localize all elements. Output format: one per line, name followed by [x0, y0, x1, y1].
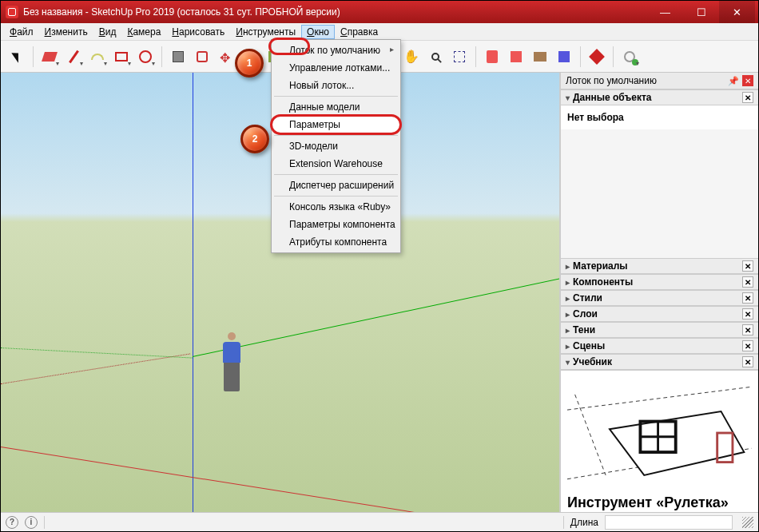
close-tray-icon[interactable]: ✕	[742, 75, 753, 86]
menubar: ФайлИзменитьВидКамераНарисоватьИнструмен…	[1, 23, 758, 41]
dropdown-item[interactable]: Консоль языка «Ruby»	[272, 198, 400, 216]
dropdown-item[interactable]: Параметры	[272, 116, 400, 133]
tray-title[interactable]: Лоток по умолчанию 📌 ✕	[561, 73, 758, 89]
tool-circle[interactable]	[134, 46, 157, 68]
tray-section-label: Компоненты	[573, 276, 633, 288]
dropdown-item[interactable]: Параметры компонента	[272, 216, 400, 233]
tray-section-header[interactable]: Сцены✕	[561, 338, 758, 354]
tool-eraser[interactable]	[38, 46, 61, 68]
scale-figure	[218, 332, 245, 391]
tray-section-close[interactable]: ✕	[742, 324, 753, 335]
tool-pushpull[interactable]	[167, 46, 189, 68]
tool-arc[interactable]	[86, 46, 109, 68]
tray-section-header[interactable]: Данные объекта✕	[561, 89, 758, 105]
annotation-callout-2: 2	[240, 125, 269, 153]
entity-info-heading: Нет выбора	[567, 112, 752, 123]
dropdown-item[interactable]: Диспетчер расширений	[272, 177, 400, 194]
tray-section-header[interactable]: Тени✕	[561, 322, 758, 338]
tool-ruby[interactable]	[586, 46, 608, 68]
tray-section-label: Данные объекта	[573, 92, 652, 103]
tool-line[interactable]	[62, 46, 85, 68]
dropdown-item[interactable]: Управление лотками...	[272, 59, 400, 77]
pin-icon[interactable]: 📌	[728, 76, 739, 86]
statusbar: ? i Длина	[1, 512, 758, 531]
tool-rectangle[interactable]	[110, 46, 133, 68]
tray-section-close[interactable]: ✕	[742, 340, 753, 351]
tray-section-close[interactable]: ✕	[742, 308, 753, 320]
tray-section-header[interactable]: Учебник✕	[561, 354, 758, 370]
tray-section-label: Тени	[573, 324, 595, 335]
tool-zoom[interactable]	[424, 46, 447, 68]
minimize-button[interactable]: —	[647, 1, 683, 23]
instructor-panel: Инструмент «Рулетка» Измерение расстояни…	[561, 370, 758, 512]
default-tray: Лоток по умолчанию 📌 ✕ Данные объекта✕Не…	[560, 73, 758, 512]
resize-grip[interactable]	[742, 517, 753, 528]
tool-3dwarehouse[interactable]	[529, 46, 551, 68]
tool-move[interactable]	[215, 46, 237, 68]
tray-title-label: Лоток по умолчанию	[566, 75, 657, 86]
tray-section-close[interactable]: ✕	[742, 356, 753, 367]
tool-pan[interactable]: ✋	[400, 46, 423, 68]
window-title: Без названия - SketchUp Pro 2019 (остало…	[23, 6, 340, 18]
dropdown-item[interactable]: Extension Warehouse	[272, 155, 400, 173]
tray-section-header[interactable]: Компоненты✕	[561, 274, 758, 290]
instructor-title: Инструмент «Рулетка»	[567, 494, 752, 511]
dropdown-item[interactable]: Атрибуты компонента	[272, 233, 400, 251]
tray-section-close[interactable]: ✕	[742, 260, 753, 272]
dropdown-item[interactable]: Новый лоток...	[272, 77, 400, 94]
tray-section-header[interactable]: Материалы✕	[561, 258, 758, 274]
tool-offset[interactable]	[191, 46, 213, 68]
annotation-ring-1	[268, 38, 310, 55]
tool-upload[interactable]	[505, 46, 527, 68]
tray-section-label: Сцены	[573, 340, 605, 351]
status-info-icon[interactable]: i	[25, 516, 38, 529]
menu-камера[interactable]: Камера	[121, 25, 166, 39]
tray-section-label: Учебник	[573, 356, 612, 367]
menu-инструменты[interactable]: Инструменты	[230, 25, 301, 39]
menu-вид[interactable]: Вид	[93, 25, 122, 39]
svg-line-0	[567, 387, 752, 410]
tool-zoom-extents[interactable]	[448, 46, 471, 68]
titlebar: Без названия - SketchUp Pro 2019 (остало…	[1, 1, 758, 23]
tool-add-location[interactable]	[481, 46, 503, 68]
axis-z	[193, 73, 193, 512]
tray-section-label: Стили	[573, 292, 602, 304]
tray-section-label: Слои	[573, 308, 598, 320]
close-button[interactable]: ✕	[719, 1, 755, 23]
menu-изменить[interactable]: Изменить	[39, 25, 93, 39]
tray-section-close[interactable]: ✕	[742, 292, 753, 304]
dropdown-item[interactable]: Данные модели	[272, 98, 400, 116]
dropdown-item[interactable]: 3D-модели	[272, 137, 400, 155]
menu-окно[interactable]: Окно	[301, 25, 335, 39]
status-length-label: Длина	[570, 517, 598, 528]
tray-section-close[interactable]: ✕	[742, 276, 753, 288]
maximize-button[interactable]: ☐	[683, 1, 719, 23]
tool-select[interactable]	[6, 46, 28, 68]
instructor-illustration	[567, 377, 752, 489]
tool-account[interactable]	[618, 46, 641, 68]
menu-справка[interactable]: Справка	[335, 25, 383, 39]
status-help-icon[interactable]: ?	[6, 516, 18, 529]
tray-section-header[interactable]: Слои✕	[561, 306, 758, 322]
menu-файл[interactable]: Файл	[4, 25, 39, 39]
tool-extension-warehouse[interactable]	[553, 46, 575, 68]
tray-section-close[interactable]: ✕	[742, 92, 753, 103]
tray-section-label: Материалы	[573, 260, 628, 272]
status-length-field[interactable]	[605, 515, 733, 530]
dropdown-window-menu: Лоток по умолчаниюУправление лотками...Н…	[271, 39, 401, 253]
menu-нарисовать[interactable]: Нарисовать	[166, 25, 230, 39]
tray-section-header[interactable]: Стили✕	[561, 290, 758, 306]
app-icon	[6, 6, 18, 18]
annotation-callout-1: 1	[235, 49, 264, 77]
